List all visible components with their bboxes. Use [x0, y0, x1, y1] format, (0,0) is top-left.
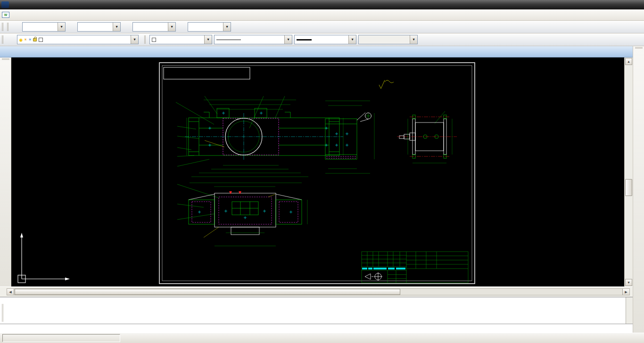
command-history[interactable]	[0, 297, 633, 324]
layers-toolbar: ◉ ☀ ☀ ▼ ▼ ▼ ▼ ▼	[0, 33, 644, 46]
red-centerlines	[397, 117, 457, 156]
combo-arrow-icon: ▼	[410, 35, 417, 44]
title-block[interactable]	[362, 252, 468, 283]
mechanical-modify-toolbar	[633, 46, 644, 333]
lineweight-sample	[297, 39, 312, 41]
drawing-canvas[interactable]	[11, 57, 624, 286]
side-plate-view[interactable]	[325, 101, 374, 173]
combo-arrow-icon[interactable]: ▼	[348, 35, 356, 44]
combo-arrow-icon[interactable]: ▼	[204, 35, 212, 44]
dim-style-icon[interactable]	[66, 22, 76, 32]
plotstyle-combo: ▼	[358, 35, 418, 44]
command-scrollbar[interactable]	[626, 297, 633, 324]
toolbar-grip[interactable]	[635, 47, 643, 49]
toolbar-grip[interactable]	[2, 35, 4, 44]
layer-thaw-sun-icon[interactable]: ☀	[24, 37, 27, 42]
combo-arrow-icon[interactable]: ▼	[168, 23, 175, 31]
leader-line	[205, 140, 224, 147]
linetype-sample	[216, 40, 241, 40]
vertical-scrollbar[interactable]: ▲ ▼	[624, 57, 633, 286]
weld-mark	[239, 191, 241, 194]
front-view[interactable]	[185, 100, 343, 177]
paper-frame[interactable]	[159, 63, 475, 284]
layer-vp-sun-icon[interactable]: ☀	[28, 37, 32, 42]
table-style-combo[interactable]: ▼	[132, 22, 176, 32]
sr-title-box	[164, 67, 250, 79]
layout-tab-row: ◀ ▶	[0, 286, 633, 297]
command-window[interactable]	[0, 297, 633, 333]
layer-on-bulb-icon[interactable]: ◉	[19, 37, 23, 42]
title-bar	[0, 0, 644, 9]
standard-toolbar: ▼ ▼ ▼ ▼	[0, 21, 644, 33]
layer-lock-icon[interactable]	[33, 38, 37, 41]
scroll-thumb[interactable]	[625, 179, 632, 196]
document-icon: W	[2, 12, 9, 18]
lineweight-combo[interactable]: ▼	[294, 35, 356, 44]
scroll-thumb[interactable]	[15, 289, 400, 295]
combo-arrow-icon[interactable]: ▼	[58, 23, 65, 31]
color-swatch	[152, 38, 156, 42]
scroll-up-icon[interactable]: ▲	[625, 58, 632, 65]
linetype-combo[interactable]: ▼	[214, 35, 292, 44]
centerlines	[185, 113, 343, 160]
scroll-right-icon[interactable]: ▶	[622, 289, 629, 295]
surface-symbol[interactable]	[379, 80, 394, 89]
scroll-left-icon[interactable]: ◀	[7, 289, 14, 295]
toolbar-grip[interactable]	[2, 58, 9, 61]
text-style-icon[interactable]	[11, 22, 21, 32]
cylinder-view[interactable]	[397, 115, 457, 163]
ucs-icon	[18, 233, 70, 283]
projection-symbol	[365, 272, 382, 281]
combo-arrow-icon[interactable]: ▼	[131, 35, 138, 44]
hole-crosses	[208, 112, 328, 147]
text-style-combo[interactable]: ▼	[22, 22, 66, 32]
title-block-bars	[362, 268, 405, 270]
combo-arrow-icon[interactable]: ▼	[284, 35, 292, 44]
command-lines	[8, 325, 624, 343]
document-tab-bar	[0, 46, 633, 57]
cad-drawing[interactable]	[11, 57, 624, 286]
combo-arrow-icon[interactable]: ▼	[113, 23, 120, 31]
bottom-view[interactable]	[189, 183, 307, 246]
horizontal-scrollbar[interactable]: ◀ ▶	[7, 288, 630, 295]
app-logo-icon	[1, 1, 9, 8]
toolbar-grip[interactable]	[7, 23, 9, 31]
layers-manager-button[interactable]	[6, 35, 16, 45]
weld-mark	[229, 191, 232, 194]
balloon-leaders[interactable]	[176, 96, 445, 220]
mleader-style-icon[interactable]	[177, 22, 187, 32]
combo-arrow-icon[interactable]: ▼	[223, 23, 231, 31]
command-grip[interactable]	[2, 304, 3, 322]
menu-bar: W	[0, 9, 644, 21]
toolbar-grip[interactable]	[144, 35, 147, 44]
color-combo[interactable]: ▼	[149, 35, 212, 44]
dim-style-combo[interactable]: ▼	[77, 22, 121, 32]
scroll-down-icon[interactable]: ▼	[625, 279, 632, 286]
dimension-lines	[187, 100, 343, 177]
draw-toolbar	[0, 57, 11, 286]
table-style-icon[interactable]	[122, 22, 132, 32]
layer-color-swatch	[39, 38, 43, 42]
mleader-style-combo[interactable]: ▼	[188, 22, 231, 32]
toolbar-grip[interactable]	[2, 23, 4, 31]
layer-combo[interactable]: ◉ ☀ ☀ ▼	[17, 35, 139, 44]
